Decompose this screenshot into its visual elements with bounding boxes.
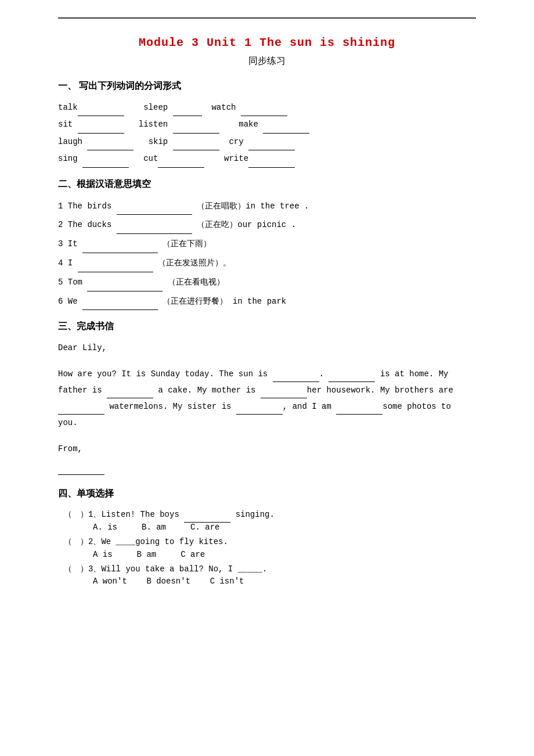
mc-question-2: （ ）2、We ____going to fly kites.	[64, 534, 476, 550]
blank-iam[interactable]	[336, 405, 383, 415]
blank-fill-4[interactable]	[78, 263, 153, 272]
blank-listen[interactable]	[173, 124, 219, 134]
page: Module 3 Unit 1 The sun is shining 同步练习 …	[0, 0, 534, 756]
letter-body-3: watermelons. My sister is , and I am som…	[58, 398, 476, 415]
letter-closing: From,	[58, 441, 476, 457]
blank-who[interactable]	[329, 373, 375, 382]
participle-row1: talk sleep watch	[58, 99, 476, 116]
blank-skip[interactable]	[173, 141, 219, 150]
letter-body-1: How are you? It is Sunday today. The sun…	[58, 366, 476, 382]
blank-fill-5[interactable]	[87, 282, 163, 291]
fill-line-1: 1 The birds （正在唱歌）in the tree .	[58, 197, 476, 215]
section-fill: 二、根据汉语意思填空 1 The birds （正在唱歌）in the tree…	[58, 178, 476, 311]
section-mc: 四、单项选择 （ ）1、Listen! The boys singing. A.…	[58, 488, 476, 586]
blank-brothers[interactable]	[58, 405, 104, 415]
blank-sister[interactable]	[236, 405, 283, 415]
blank-make[interactable]	[263, 124, 309, 134]
mc-question-1: （ ）1、Listen! The boys singing.	[64, 507, 476, 523]
letter-body-2: father is a cake. My mother is her house…	[58, 382, 476, 398]
section4-title: 四、单项选择	[58, 488, 476, 500]
section2-title: 二、根据汉语意思填空	[58, 178, 476, 190]
blank-write[interactable]	[248, 159, 295, 168]
letter-greeting: Dear Lily,	[58, 340, 476, 356]
fill-line-4: 4 I （正在发送照片）。	[58, 254, 476, 272]
fill-line-2: 2 The ducks （正在吃）our picnic .	[58, 216, 476, 234]
mc-question-3: （ ）3、Will you take a ball? No, I _____.	[64, 561, 476, 577]
blank-talk[interactable]	[78, 107, 124, 116]
signature-blank[interactable]	[58, 467, 104, 475]
mc-options-2: A is B am C are	[93, 550, 476, 559]
blank-sing[interactable]	[82, 159, 129, 168]
blank-fill-3[interactable]	[82, 244, 158, 253]
mc-options-3: A won't B doesn't C isn't	[93, 577, 476, 586]
letter-body-4: you.	[58, 415, 476, 431]
participle-row3: laugh skip cry	[58, 134, 476, 150]
main-title: Module 3 Unit 1 The sun is shining	[58, 36, 476, 49]
blank-watch[interactable]	[241, 107, 287, 116]
blank-cut[interactable]	[158, 159, 204, 168]
blank-mother[interactable]	[261, 389, 307, 398]
participle-row2: sit listen make	[58, 116, 476, 133]
blank-sit[interactable]	[78, 124, 124, 134]
blank-father[interactable]	[107, 389, 153, 398]
participle-row4: sing cut write	[58, 150, 476, 167]
mc-options-1: A. is B. am C. are	[93, 523, 476, 532]
fill-line-6: 6 We （正在进行野餐） in the park	[58, 293, 476, 311]
blank-fill-2[interactable]	[117, 225, 192, 234]
section-letter: 三、完成书信 Dear Lily, How are you? It is Sun…	[58, 321, 476, 477]
section3-title: 三、完成书信	[58, 321, 476, 333]
blank-cry[interactable]	[248, 141, 295, 150]
blank-laugh[interactable]	[87, 141, 134, 150]
fill-line-3: 3 It （正在下雨）	[58, 235, 476, 253]
blank-sun[interactable]	[273, 373, 319, 382]
fill-line-5: 5 Tom （正在看电视）	[58, 273, 476, 291]
section-participle: 一、 写出下列动词的分词形式 talk sleep watch sit list…	[58, 80, 476, 168]
section1-title: 一、 写出下列动词的分词形式	[58, 80, 476, 92]
blank-fill-6[interactable]	[82, 301, 158, 310]
blank-sleep[interactable]	[173, 107, 202, 116]
top-divider	[58, 17, 476, 19]
blank-mc1[interactable]	[184, 513, 230, 523]
subtitle: 同步练习	[58, 55, 476, 67]
blank-fill-1[interactable]	[117, 206, 192, 215]
